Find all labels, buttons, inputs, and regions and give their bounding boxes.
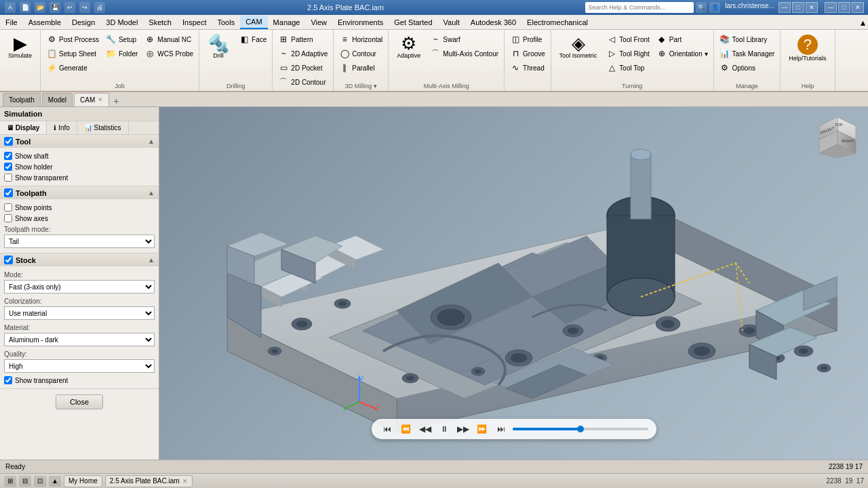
show-axes-checkbox[interactable] xyxy=(4,214,12,222)
face-button[interactable]: ◧ Face xyxy=(236,33,269,46)
tab-cam[interactable]: CAM ✕ xyxy=(74,93,109,106)
user-icon[interactable]: 👤 xyxy=(709,2,720,13)
tool-top-button[interactable]: △ Tool Top xyxy=(604,61,652,75)
file-tab-close[interactable]: ✕ xyxy=(182,478,188,485)
view-cube[interactable]: FRONT RIGHT TOP xyxy=(814,114,861,161)
step-back-fast-button[interactable]: ⏪ xyxy=(399,422,414,436)
stock-section-header[interactable]: Stock ▲ xyxy=(0,253,159,266)
search-input[interactable] xyxy=(585,2,694,13)
show-transparent-checkbox[interactable] xyxy=(4,174,12,182)
pocket2d-button[interactable]: ▭ 2D Pocket xyxy=(275,61,330,75)
post-process-button[interactable]: ⚙ Post Process xyxy=(43,33,102,46)
undo-icon[interactable]: ↩ xyxy=(64,2,75,13)
task-manager-button[interactable]: 📊 Task Manager xyxy=(717,47,778,60)
material-select[interactable]: Aluminum - dark Aluminum - bright Steel xyxy=(4,333,155,346)
show-holder-checkbox[interactable] xyxy=(4,163,12,171)
menu-inspect[interactable]: Inspect xyxy=(177,16,212,28)
show-points-checkbox[interactable] xyxy=(4,203,12,211)
progress-bar[interactable] xyxy=(513,428,648,430)
progress-thumb[interactable] xyxy=(577,426,584,432)
tool-right-button[interactable]: ▷ Tool Right xyxy=(604,47,652,60)
redo-icon[interactable]: ↪ xyxy=(79,2,90,13)
tool-collapse-icon[interactable]: ▲ xyxy=(148,138,155,145)
menu-environments[interactable]: Environments xyxy=(332,16,389,28)
multi-axis-contour-button[interactable]: ⌒ Multi-Axis Contour xyxy=(427,47,501,60)
stock-section-checkbox[interactable] xyxy=(4,256,13,264)
menu-cam[interactable]: CAM xyxy=(240,16,267,29)
close-button-panel[interactable]: Close xyxy=(56,394,103,409)
tool-isometric-button[interactable]: ◈ Tool Isometric xyxy=(554,33,603,61)
skip-end-button[interactable]: ⏭ xyxy=(494,422,509,436)
horizontal-button[interactable]: ≡ Horizontal xyxy=(336,33,385,46)
search-icon[interactable]: 🔍 xyxy=(696,2,707,13)
menu-file[interactable]: File xyxy=(0,16,23,28)
minimize-button2[interactable]: — xyxy=(825,2,837,13)
close-button[interactable]: ✕ xyxy=(806,2,818,13)
toolpath-section-checkbox[interactable] xyxy=(4,188,13,197)
adaptive2d-button[interactable]: ~ 2D Adaptive xyxy=(275,47,330,60)
sim-tab-statistics[interactable]: 📊 Statistics xyxy=(77,121,129,134)
menu-vault[interactable]: Vault xyxy=(438,16,465,28)
tool-section-checkbox[interactable] xyxy=(4,137,13,146)
print-icon[interactable]: 🖨 xyxy=(94,2,105,13)
ribbon-collapse-icon[interactable]: ▴ xyxy=(861,17,865,28)
tool-library-button[interactable]: 📚 Tool Library xyxy=(717,33,778,46)
toolpath-mode-select[interactable]: Tail Full None xyxy=(4,235,155,248)
orientation-button[interactable]: ⊕ Orientation ▾ xyxy=(654,47,711,60)
profile-button[interactable]: ◫ Profile xyxy=(507,33,548,46)
toolpath-collapse-icon[interactable]: ▲ xyxy=(148,189,155,197)
menu-design[interactable]: Design xyxy=(66,16,100,28)
step-fwd-fast-button[interactable]: ⏩ xyxy=(475,422,490,436)
folder-button[interactable]: 📁 Folder xyxy=(103,47,140,60)
menu-assemble[interactable]: Assemble xyxy=(23,16,66,28)
step-back-button[interactable]: ◀◀ xyxy=(418,422,433,436)
thread-button[interactable]: ∿ Thread xyxy=(507,61,548,75)
menu-view[interactable]: View xyxy=(305,16,332,28)
wcs-probe-button[interactable]: ◎ WCS Probe xyxy=(142,47,196,60)
close-button2[interactable]: ✕ xyxy=(852,2,864,13)
file-tab[interactable]: 2.5 Axis Plate BAC.iam ✕ xyxy=(105,475,193,487)
quality-select[interactable]: High Medium Low xyxy=(4,359,155,373)
colorization-select[interactable]: Use material Feedrate Tool xyxy=(4,306,155,320)
minimize-button[interactable]: — xyxy=(778,2,791,13)
maximize-button2[interactable]: □ xyxy=(838,2,850,13)
menu-electromechanical[interactable]: Electromechanical xyxy=(521,16,593,28)
skip-start-button[interactable]: ⏮ xyxy=(380,422,395,436)
adaptive-button[interactable]: ⚙ Adaptive xyxy=(391,33,426,61)
tab-add-button[interactable]: + xyxy=(111,96,121,106)
tool-front-button[interactable]: ◁ Tool Front xyxy=(604,33,652,46)
save-icon[interactable]: 💾 xyxy=(50,2,60,13)
taskbar-icon-1[interactable]: ⊞ xyxy=(4,476,16,487)
help-button[interactable]: ? Help/Tutorials xyxy=(783,33,831,64)
pattern-button[interactable]: ⊞ Pattern xyxy=(275,33,330,46)
simulate-button[interactable]: ▶ Simulate xyxy=(3,33,37,61)
options-button[interactable]: ⚙ Options xyxy=(717,61,778,75)
show-shaft-checkbox[interactable] xyxy=(4,152,12,160)
swarf-button[interactable]: ~ Swarf xyxy=(427,33,501,46)
sim-tab-info[interactable]: ℹ Info xyxy=(47,121,77,134)
manual-nc-button[interactable]: ⊕ Manual NC xyxy=(142,33,196,46)
menu-sketch[interactable]: Sketch xyxy=(143,16,177,28)
generate-button[interactable]: ⚡ Generate xyxy=(43,61,102,75)
taskbar-icon-3[interactable]: ⊡ xyxy=(34,476,46,487)
menu-manage[interactable]: Manage xyxy=(268,16,306,28)
tab-model[interactable]: Model xyxy=(42,93,73,106)
menu-tools[interactable]: Tools xyxy=(212,16,240,28)
contour2d-button[interactable]: ⌒ 2D Contour xyxy=(275,75,330,89)
menu-get-started[interactable]: Get Started xyxy=(389,16,437,28)
stock-collapse-icon[interactable]: ▲ xyxy=(148,256,155,264)
viewport[interactable]: FRONT RIGHT TOP Z X xyxy=(159,107,868,460)
setup-sheet-button[interactable]: 📋 Setup Sheet xyxy=(43,47,102,60)
contour3d-button[interactable]: ◯ Contour xyxy=(336,47,385,60)
sim-tab-display[interactable]: 🖥 Display xyxy=(0,121,47,134)
home-tab[interactable]: My Home xyxy=(64,475,102,487)
open-icon[interactable]: 📂 xyxy=(35,2,45,13)
new-icon[interactable]: 📄 xyxy=(20,2,31,13)
menu-autodesk360[interactable]: Autodesk 360 xyxy=(465,16,521,28)
taskbar-icon-4[interactable]: ▲ xyxy=(49,476,61,487)
menu-3dmodel[interactable]: 3D Model xyxy=(100,16,143,28)
groove-button[interactable]: ⊓ Groove xyxy=(507,47,548,60)
tool-section-header[interactable]: Tool ▲ xyxy=(0,135,159,148)
show-transparent-stock-checkbox[interactable] xyxy=(4,376,12,384)
maximize-button[interactable]: □ xyxy=(792,2,804,13)
